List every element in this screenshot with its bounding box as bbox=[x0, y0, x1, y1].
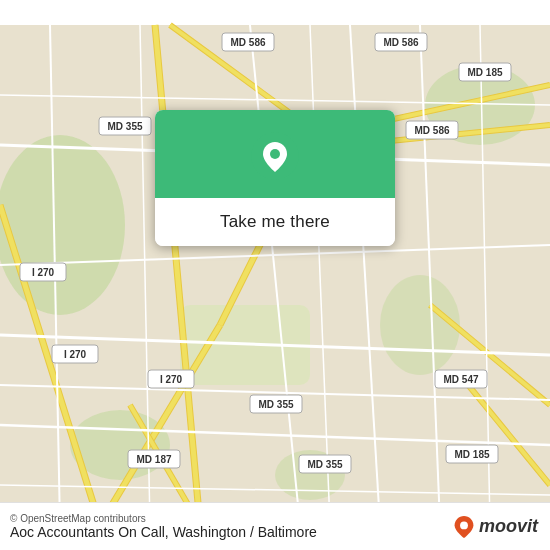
place-name-label: Aoc Accountants On Call, Washington / Ba… bbox=[10, 524, 317, 540]
bottom-left-info: © OpenStreetMap contributors Aoc Account… bbox=[10, 513, 317, 540]
svg-text:I 270: I 270 bbox=[160, 374, 183, 385]
moovit-logo: moovit bbox=[453, 516, 538, 538]
bottom-bar: © OpenStreetMap contributors Aoc Account… bbox=[0, 502, 550, 550]
map-background: MD 586 MD 586 MD 185 MD 355 MD 586 I 270… bbox=[0, 0, 550, 550]
svg-text:MD 586: MD 586 bbox=[230, 37, 265, 48]
svg-point-68 bbox=[270, 149, 280, 159]
location-pin-icon bbox=[251, 132, 299, 180]
map-attribution: © OpenStreetMap contributors bbox=[10, 513, 317, 524]
svg-text:MD 586: MD 586 bbox=[383, 37, 418, 48]
svg-text:MD 355: MD 355 bbox=[107, 121, 142, 132]
moovit-pin-icon bbox=[453, 516, 475, 538]
svg-point-4 bbox=[380, 275, 460, 375]
take-me-there-button[interactable]: Take me there bbox=[155, 198, 395, 246]
popup-card: Take me there bbox=[155, 110, 395, 246]
moovit-brand-text: moovit bbox=[479, 516, 538, 537]
svg-text:MD 355: MD 355 bbox=[307, 459, 342, 470]
svg-text:I 270: I 270 bbox=[32, 267, 55, 278]
map-container: MD 586 MD 586 MD 185 MD 355 MD 586 I 270… bbox=[0, 0, 550, 550]
svg-text:MD 185: MD 185 bbox=[454, 449, 489, 460]
svg-text:MD 185: MD 185 bbox=[467, 67, 502, 78]
svg-point-1 bbox=[0, 135, 125, 315]
svg-text:MD 355: MD 355 bbox=[258, 399, 293, 410]
svg-text:MD 187: MD 187 bbox=[136, 454, 171, 465]
svg-text:MD 547: MD 547 bbox=[443, 374, 478, 385]
svg-text:I 270: I 270 bbox=[64, 349, 87, 360]
svg-point-69 bbox=[460, 521, 468, 529]
popup-green-header bbox=[155, 110, 395, 198]
svg-text:MD 586: MD 586 bbox=[414, 125, 449, 136]
